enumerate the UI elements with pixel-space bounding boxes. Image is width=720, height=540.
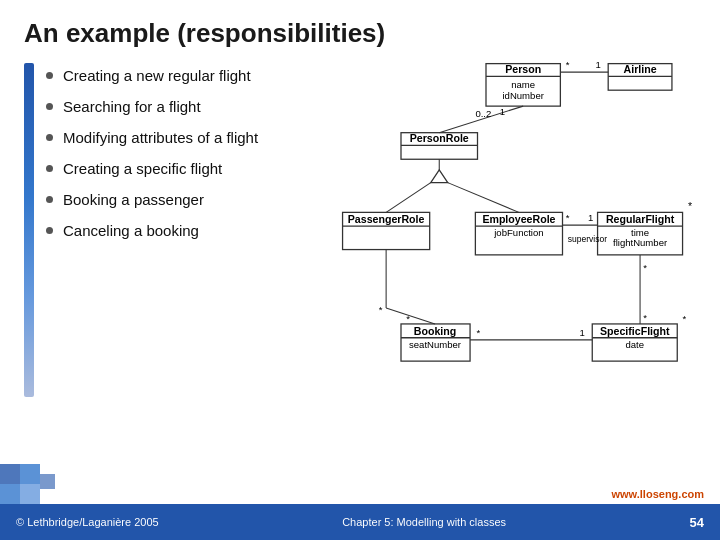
bullet-dot-icon: [46, 196, 53, 203]
svg-text:1: 1: [588, 212, 593, 223]
footer-right: 54: [690, 515, 704, 530]
svg-rect-57: [0, 464, 20, 484]
svg-text:1: 1: [500, 106, 505, 117]
svg-text:idNumber: idNumber: [502, 90, 544, 101]
svg-text:SpecificFlight: SpecificFlight: [600, 325, 670, 337]
footer-left: © Lethbridge/Laganière 2005: [16, 516, 159, 528]
svg-text:EmployeeRole: EmployeeRole: [482, 213, 555, 225]
website-label: www.lloseng.com: [612, 488, 705, 500]
decorative-squares: [0, 464, 80, 504]
svg-line-27: [448, 183, 519, 213]
svg-text:0..2: 0..2: [475, 108, 491, 119]
bullet-text: Canceling a booking: [63, 222, 199, 239]
svg-text:*: *: [566, 59, 570, 70]
svg-text:*: *: [643, 312, 647, 323]
svg-text:*: *: [643, 262, 647, 273]
bullet-dot-icon: [46, 134, 53, 141]
svg-line-26: [386, 183, 431, 213]
svg-text:*: *: [688, 200, 692, 212]
svg-text:PersonRole: PersonRole: [410, 132, 469, 144]
footer-center: Chapter 5: Modelling with classes: [342, 516, 506, 528]
svg-text:1: 1: [580, 327, 585, 338]
svg-rect-59: [0, 484, 20, 504]
bullet-item: Creating a new regular flight: [46, 67, 276, 84]
svg-rect-58: [20, 464, 40, 484]
bullet-dot-icon: [46, 227, 53, 234]
bottom-bar: © Lethbridge/Laganière 2005 Chapter 5: M…: [0, 504, 720, 540]
page: An example (responsibilities) Creating a…: [0, 0, 720, 540]
bullet-text: Searching for a flight: [63, 98, 201, 115]
bullet-item: Booking a passenger: [46, 191, 276, 208]
svg-text:time: time: [631, 227, 649, 238]
svg-rect-61: [40, 474, 55, 489]
content-area: Creating a new regular flightSearching f…: [24, 63, 696, 397]
bullet-list: Creating a new regular flightSearching f…: [46, 63, 276, 397]
svg-text:*: *: [476, 327, 480, 338]
svg-text:*: *: [379, 304, 383, 315]
svg-text:*: *: [566, 212, 570, 223]
svg-text:*: *: [683, 313, 687, 324]
bullet-item: Searching for a flight: [46, 98, 276, 115]
bullet-text: Modifying attributes of a flight: [63, 129, 258, 146]
svg-text:Person: Person: [505, 63, 541, 75]
svg-text:jobFunction: jobFunction: [493, 227, 543, 238]
bullet-text: Creating a specific flight: [63, 160, 222, 177]
bullet-dot-icon: [46, 165, 53, 172]
svg-text:supervisor: supervisor: [568, 234, 607, 244]
svg-text:Booking: Booking: [414, 325, 456, 337]
page-title: An example (responsibilities): [24, 18, 696, 49]
left-accent-bar: [24, 63, 34, 397]
bullet-text: Creating a new regular flight: [63, 67, 251, 84]
svg-text:PassengerRole: PassengerRole: [348, 213, 425, 225]
bullet-text: Booking a passenger: [63, 191, 204, 208]
svg-text:date: date: [625, 339, 644, 350]
svg-marker-17: [431, 170, 448, 183]
svg-text:1: 1: [595, 59, 600, 70]
bullet-dot-icon: [46, 103, 53, 110]
svg-text:name: name: [511, 79, 535, 90]
bullet-item: Modifying attributes of a flight: [46, 129, 276, 146]
svg-rect-60: [20, 484, 40, 504]
uml-diagram: Person name idNumber Airline * 1 PersonR…: [276, 53, 696, 397]
svg-text:Airline: Airline: [624, 63, 657, 75]
svg-text:RegularFlight: RegularFlight: [606, 213, 675, 225]
bullet-item: Creating a specific flight: [46, 160, 276, 177]
svg-text:*: *: [406, 313, 410, 324]
svg-text:flightNumber: flightNumber: [613, 237, 668, 248]
svg-text:seatNumber: seatNumber: [409, 339, 462, 350]
bullet-dot-icon: [46, 72, 53, 79]
svg-line-47: [386, 308, 435, 324]
bullet-item: Canceling a booking: [46, 222, 276, 239]
